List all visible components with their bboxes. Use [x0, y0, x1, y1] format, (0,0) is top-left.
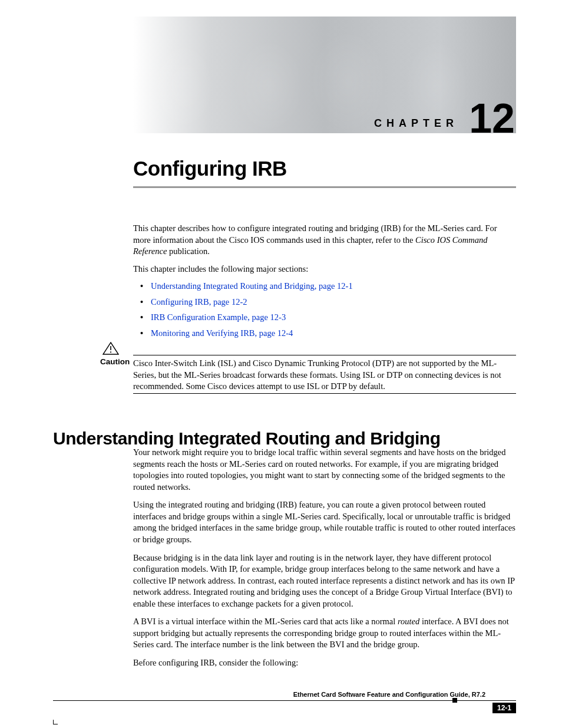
- section-heading: Understanding Integrated Routing and Bri…: [53, 429, 440, 449]
- toc-item: Understanding Integrated Routing and Bri…: [140, 281, 516, 292]
- intro-paragraph: This chapter describes how to configure …: [133, 223, 516, 258]
- caution-icon: [103, 342, 119, 355]
- toc-item: Monitoring and Verifying IRB, page 12-4: [140, 328, 516, 340]
- section-body: Your network might require you to bridge…: [133, 447, 516, 676]
- toc-link[interactable]: Understanding Integrated Routing and Bri…: [151, 281, 353, 291]
- caution-rule: [133, 393, 516, 394]
- crop-mark: [53, 724, 58, 724]
- toc-link[interactable]: Configuring IRB, page 12-2: [151, 297, 247, 307]
- footer-marker: [452, 698, 457, 703]
- toc-link[interactable]: Monitoring and Verifying IRB, page 12-4: [151, 328, 293, 338]
- toc-link[interactable]: IRB Configuration Example, page 12-3: [151, 312, 286, 322]
- toc-item: IRB Configuration Example, page 12-3: [140, 312, 516, 324]
- body-paragraph: Using the integrated routing and bridgin…: [133, 499, 516, 545]
- intro-sections-lead: This chapter includes the following majo…: [133, 263, 516, 275]
- caution-rule: [133, 355, 516, 355]
- body-paragraph: A BVI is a virtual interface within the …: [133, 616, 516, 651]
- chapter-number: 12: [469, 98, 515, 133]
- banner-figure: [145, 39, 216, 133]
- chapter-label: CHAPTER: [374, 117, 458, 130]
- page-number: 12-1: [492, 703, 516, 713]
- banner-figure: [233, 39, 304, 133]
- title-divider: [133, 186, 516, 188]
- intro-block: This chapter describes how to configure …: [133, 223, 516, 344]
- footer-guide-title: Ethernet Card Software Feature and Confi…: [293, 691, 485, 698]
- caution-text: Cisco Inter-Switch Link (ISL) and Cisco …: [133, 358, 516, 393]
- footer-rule: [53, 700, 516, 701]
- toc-list: Understanding Integrated Routing and Bri…: [140, 281, 516, 339]
- page-footer: Ethernet Card Software Feature and Confi…: [53, 700, 516, 701]
- caution-label: Caution: [100, 357, 130, 366]
- svg-point-2: [110, 351, 111, 353]
- body-paragraph: Because bridging is in the data link lay…: [133, 552, 516, 610]
- title-block: Configuring IRB: [133, 157, 516, 189]
- document-title: Configuring IRB: [133, 157, 516, 180]
- chapter-banner: CHAPTER 12: [133, 17, 516, 133]
- body-paragraph: Before configuring IRB, consider the fol…: [133, 657, 516, 669]
- document-page: CHAPTER 12 Configuring IRB This chapter …: [0, 0, 562, 728]
- toc-item: Configuring IRB, page 12-2: [140, 297, 516, 308]
- body-paragraph: Your network might require you to bridge…: [133, 447, 516, 493]
